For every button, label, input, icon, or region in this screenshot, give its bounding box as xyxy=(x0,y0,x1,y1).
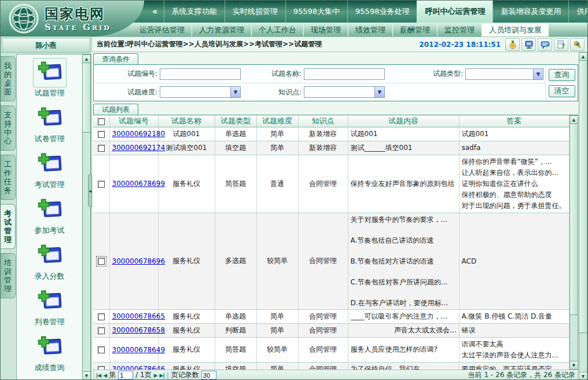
top-nav-item-label: 系统支撑功能 xyxy=(172,6,217,17)
question-id-link[interactable]: 300000678665 xyxy=(112,312,166,320)
top-nav-item[interactable]: 系统支撑功能 xyxy=(164,1,225,23)
top-nav-item[interactable]: 实时线损管理 xyxy=(225,1,285,23)
top-nav-item[interactable]: 供用电合同管理 xyxy=(568,1,588,23)
knowledge-point: 合同管理 xyxy=(298,362,348,370)
last-page-icon[interactable]: ▶| xyxy=(160,372,164,378)
table-row: 300000678649服务礼仪简答题较简单合同管理服务人员应使用怎样的语调?语… xyxy=(93,337,569,362)
question-id-link[interactable]: 300000692174 xyxy=(112,144,166,152)
sidebar-tab-strip: 我的桌面支持中心工作任务考试管理培训管理 xyxy=(1,54,16,380)
row-checkbox[interactable] xyxy=(98,327,105,334)
medal-icon[interactable] xyxy=(505,38,520,51)
row-checkbox[interactable] xyxy=(98,145,105,152)
sidebar-tab[interactable]: 我的桌面 xyxy=(1,56,16,101)
sub-nav-item[interactable]: 薪酬管理 xyxy=(393,24,438,36)
row-checkbox[interactable] xyxy=(98,131,105,138)
question-id-link[interactable]: 300000678658 xyxy=(112,326,166,334)
question-id-link[interactable]: 300000678696 xyxy=(112,257,166,265)
sidebar-item[interactable]: 判卷管理 xyxy=(17,287,82,327)
top-nav-item[interactable]: 新装增容及变更用 xyxy=(493,1,568,23)
query-select[interactable]: ▼ xyxy=(304,86,385,98)
sidebar-collapse-handle[interactable]: ◀ xyxy=(88,174,92,207)
question-id-link[interactable]: 300000678699 xyxy=(112,180,166,188)
question-id-link[interactable]: 300000678649 xyxy=(112,346,166,354)
query-panel: 试题编号: 试题名称: 试题类型: ▼ 试题难度: ▼ 知识点: ▼ 查询 清空 xyxy=(93,64,578,101)
sub-nav-item[interactable]: 绩效管理 xyxy=(348,24,393,36)
main-area: 当前位置:呼叫中心运营管理>>人员培训与发展>>考试管理>>试题管理 2012-… xyxy=(91,36,587,380)
sidebar-tab[interactable]: 工作任务 xyxy=(1,155,16,200)
sidebar-tab[interactable]: 培训管理 xyxy=(1,253,16,298)
clear-button[interactable]: 清空 xyxy=(549,85,575,97)
sidebar-item[interactable]: 参加考试 xyxy=(17,195,82,236)
question-id-link[interactable]: 300000678646 xyxy=(112,365,166,370)
scroll-down-icon[interactable]: ▼ xyxy=(83,371,90,379)
scroll-down-icon[interactable]: ▼ xyxy=(579,372,587,380)
row-checkbox[interactable] xyxy=(98,346,105,353)
page-size-label: 页记录数 xyxy=(171,370,199,380)
sub-nav-item[interactable]: 运营评估管理 xyxy=(133,24,192,36)
question-content: 声音太大或太强会... xyxy=(348,323,459,337)
top-nav-item[interactable]: 95598业务处理 xyxy=(347,1,417,23)
select-all-checkbox[interactable] xyxy=(98,118,105,125)
query-text-input[interactable] xyxy=(160,68,241,80)
row-checkbox[interactable] xyxy=(98,181,105,188)
monitor-icon[interactable] xyxy=(521,38,536,51)
row-checkbox[interactable] xyxy=(98,366,105,370)
sub-nav-item[interactable]: 人员培训与发展 xyxy=(482,24,549,36)
app-window: « 系统支撑功能实时线损管理95598大集中95598业务处理呼叫中心运营管理新… xyxy=(0,0,588,380)
scrollbar-thumb[interactable] xyxy=(570,124,578,315)
chevron-down-icon[interactable]: ▼ xyxy=(230,87,240,97)
scroll-up-icon[interactable]: ▲ xyxy=(570,116,578,124)
question-id-link[interactable]: 300000692180 xyxy=(112,130,166,138)
sub-nav-item-label: 人力资源管理 xyxy=(199,25,244,35)
sidebar-item[interactable]: 试题管理 xyxy=(17,58,82,98)
chevron-down-icon[interactable]: ▼ xyxy=(533,69,543,79)
query-select[interactable]: ▼ xyxy=(465,68,543,80)
scroll-down-icon[interactable]: ▼ xyxy=(570,361,578,369)
sub-nav-item-label: 绩效管理 xyxy=(355,25,385,35)
sidebar-item[interactable]: 考试管理 xyxy=(17,149,82,190)
row-checkbox[interactable] xyxy=(98,313,105,320)
scroll-up-icon[interactable]: ▲ xyxy=(579,53,587,61)
question-type: 简答题 xyxy=(215,155,256,213)
sidebar-tab[interactable]: 考试管理 xyxy=(1,204,16,249)
key-add-icon[interactable] xyxy=(570,38,585,51)
question-answer: 保持你的声音带着“微笑”，...让人听起来自信，表示出你的...证明你知道你正在… xyxy=(459,155,569,213)
row-checkbox[interactable] xyxy=(98,258,105,265)
question-name: 服务礼仪 xyxy=(158,213,215,309)
sidebar-item-label: 考试管理 xyxy=(35,180,65,190)
list-panel-tab[interactable]: 试题列表 xyxy=(93,104,138,115)
sub-nav-item[interactable]: 现场管理 xyxy=(304,24,348,36)
top-nav-item[interactable]: 呼叫中心运营管理 xyxy=(417,1,493,23)
scrollbar-thumb[interactable] xyxy=(83,63,90,133)
prev-page-icon[interactable]: ◀ xyxy=(103,372,106,378)
next-page-icon[interactable]: ▶ xyxy=(154,372,157,378)
question-type: 填空题 xyxy=(215,141,256,155)
sidebar-item[interactable]: 录入分数 xyxy=(17,241,82,282)
toolbar-icons: ? xyxy=(505,38,585,51)
sidebar-item[interactable]: 试卷管理 xyxy=(17,104,82,144)
page-size-input[interactable] xyxy=(201,371,216,379)
top-nav-item[interactable]: 95598大集中 xyxy=(285,1,347,23)
first-page-icon[interactable]: |◀ xyxy=(96,372,101,378)
document-help-icon[interactable]: ? xyxy=(554,38,568,51)
query-field: 试题类型: ▼ xyxy=(385,68,543,80)
query-select[interactable]: ▼ xyxy=(160,86,241,98)
sidebar-scrollbar[interactable]: ▲ ▼ xyxy=(82,54,91,380)
table-scrollbar[interactable]: ▲ ▼ xyxy=(569,115,578,370)
scrollbar-thumb[interactable] xyxy=(579,61,587,333)
sub-nav-item[interactable]: 监控管理 xyxy=(438,24,482,36)
search-button[interactable]: 查询 xyxy=(549,69,575,81)
sub-nav-item[interactable]: 个人工作台 xyxy=(252,24,304,36)
query-panel-tab[interactable]: 查询条件 xyxy=(93,53,138,64)
sub-nav-item[interactable]: 人力资源管理 xyxy=(192,24,252,36)
nav-scroll-left-icon[interactable]: « xyxy=(146,1,164,23)
chat-icon[interactable] xyxy=(538,38,552,51)
scroll-up-icon[interactable]: ▲ xyxy=(83,55,90,63)
chevron-down-icon[interactable]: ▼ xyxy=(374,87,384,97)
sidebar-tab[interactable]: 支持中心 xyxy=(1,105,16,151)
sidebar-item[interactable]: 成绩查询 xyxy=(17,332,82,373)
sidebar-menu: 试题管理 试卷管理 考试管理 参加考试 xyxy=(17,54,82,380)
page-number-input[interactable] xyxy=(118,371,133,379)
page-scrollbar[interactable]: ▲ ▼ xyxy=(579,52,587,380)
query-text-input[interactable] xyxy=(304,68,385,80)
